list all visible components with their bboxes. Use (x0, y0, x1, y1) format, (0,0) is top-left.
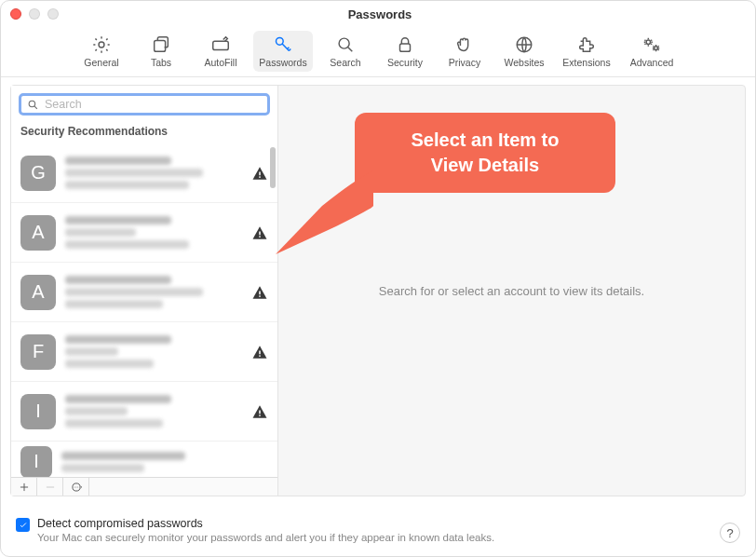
svg-rect-1 (155, 40, 166, 51)
tab-search[interactable]: Search (318, 31, 372, 72)
callout-line1: Select an Item to (375, 128, 595, 153)
callout-line2: View Details (375, 153, 595, 178)
prefs-toolbar: General Tabs AutoFill Passwords Search (1, 27, 755, 77)
tab-passwords[interactable]: Passwords (253, 31, 313, 72)
annotation-callout: Select an Item to View Details (355, 113, 615, 193)
more-button[interactable] (63, 478, 89, 496)
avatar: A (20, 275, 56, 310)
check-icon (19, 521, 28, 530)
titlebar: Passwords (1, 1, 755, 27)
tab-label: Search (330, 57, 360, 68)
key-icon (273, 34, 293, 55)
sidebar-toolbar (11, 477, 277, 496)
tab-label: General (84, 57, 118, 68)
avatar: A (20, 215, 56, 251)
window-title: Passwords (59, 7, 701, 21)
zoom-window-button[interactable] (47, 8, 59, 20)
svg-rect-18 (259, 410, 261, 414)
svg-point-22 (75, 486, 76, 487)
footer-subtitle: Your Mac can securely monitor your passw… (37, 532, 494, 543)
warning-icon (251, 165, 268, 182)
remove-button[interactable] (37, 478, 63, 496)
help-button[interactable]: ? (720, 523, 740, 543)
callout-tail-icon (271, 161, 383, 273)
tab-label: Tabs (151, 57, 171, 68)
tab-label: Websites (505, 57, 545, 68)
svg-point-21 (74, 486, 74, 487)
tab-label: Passwords (259, 57, 306, 68)
tab-label: Security (387, 57, 423, 68)
search-field[interactable] (19, 93, 270, 115)
list-item[interactable]: A (11, 263, 277, 322)
search-icon (27, 99, 39, 111)
tab-general[interactable]: General (74, 31, 128, 72)
redacted-text (65, 156, 242, 189)
list-item[interactable]: A (11, 203, 277, 263)
tab-websites[interactable]: Websites (497, 31, 551, 72)
svg-point-0 (99, 42, 104, 48)
svg-rect-13 (259, 236, 261, 238)
tab-extensions[interactable]: Extensions (557, 31, 616, 72)
list-item[interactable]: I (11, 382, 277, 442)
redacted-text (65, 276, 242, 308)
globe-icon (514, 34, 534, 55)
svg-point-7 (646, 40, 650, 44)
svg-rect-12 (259, 231, 261, 235)
close-window-button[interactable] (10, 8, 21, 20)
list-item[interactable]: G (11, 143, 277, 203)
warning-icon (251, 344, 268, 360)
list-item[interactable]: F (11, 322, 277, 382)
tab-advanced[interactable]: Advanced (622, 31, 682, 72)
tab-label: Extensions (562, 57, 610, 68)
tab-security[interactable]: Security (378, 31, 432, 72)
gear-icon (91, 34, 112, 55)
detect-compromised-checkbox[interactable] (16, 518, 30, 532)
svg-rect-17 (259, 355, 261, 357)
tab-tabs[interactable]: Tabs (134, 31, 188, 72)
add-button[interactable] (11, 478, 37, 496)
warning-icon (251, 403, 268, 420)
hand-icon (454, 34, 475, 55)
detail-placeholder: Search for or select an account to view … (379, 284, 644, 298)
redacted-text (65, 395, 242, 428)
avatar: I (20, 394, 56, 429)
gears-icon (641, 34, 662, 55)
tabs-icon (151, 34, 171, 55)
autofill-pencil-icon (210, 34, 231, 55)
svg-point-9 (29, 101, 35, 107)
tab-autofill[interactable]: AutoFill (194, 31, 248, 72)
traffic-lights (10, 8, 59, 20)
svg-rect-19 (259, 414, 261, 416)
preferences-window: Passwords General Tabs AutoFill (0, 0, 756, 557)
section-header: Security Recommendations (11, 121, 277, 143)
redacted-text (61, 452, 268, 472)
avatar: G (20, 156, 56, 191)
svg-rect-11 (259, 176, 261, 178)
list-item[interactable]: I (11, 442, 277, 477)
tab-label: Advanced (630, 57, 674, 68)
footer: Detect compromised passwords Your Mac ca… (16, 517, 740, 543)
svg-point-4 (339, 38, 349, 48)
footer-title: Detect compromised passwords (37, 517, 494, 530)
svg-point-23 (77, 486, 78, 487)
password-list[interactable]: G A (11, 143, 277, 477)
minimize-window-button[interactable] (29, 8, 40, 20)
tab-label: Privacy (449, 57, 480, 68)
tab-privacy[interactable]: Privacy (438, 31, 492, 72)
redacted-text (65, 216, 242, 249)
avatar: I (20, 446, 52, 478)
passwords-sidebar: Security Recommendations G A (11, 86, 278, 496)
lock-icon (395, 34, 415, 55)
svg-rect-2 (213, 41, 229, 49)
search-icon (335, 34, 356, 55)
svg-rect-5 (400, 44, 411, 51)
svg-point-8 (655, 46, 658, 49)
search-input[interactable] (45, 98, 262, 111)
redacted-text (65, 335, 242, 368)
help-label: ? (726, 526, 733, 540)
puzzle-icon (576, 34, 597, 55)
avatar: F (20, 334, 56, 370)
warning-icon (251, 284, 268, 301)
warning-icon (251, 224, 268, 241)
svg-rect-10 (259, 171, 261, 175)
